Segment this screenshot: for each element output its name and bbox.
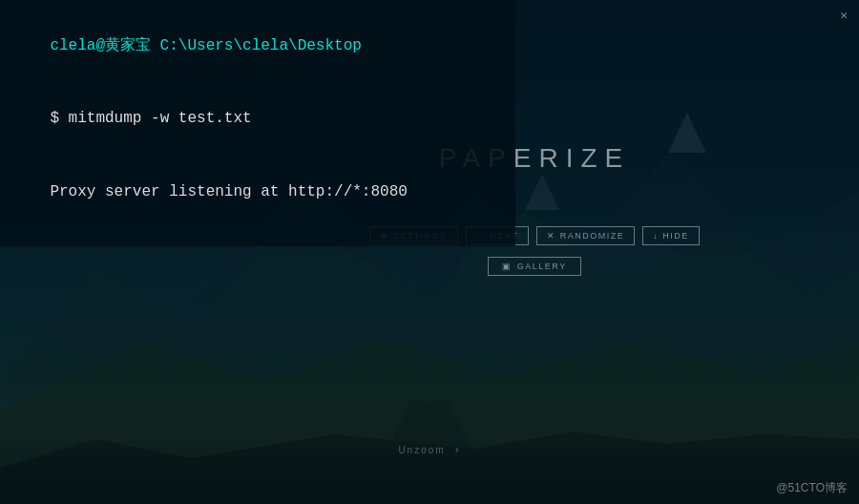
randomize-icon: ✕ xyxy=(547,231,556,241)
terminal-command: $ mitmdump -w test.txt xyxy=(50,110,251,127)
unzoom-label: Unzoom xyxy=(398,445,445,455)
randomize-label: RANDOMIZE xyxy=(560,231,625,241)
hide-icon: ↓ xyxy=(653,231,659,241)
hint-arrow-icon: › xyxy=(455,443,461,456)
watermark: @51CTO博客 xyxy=(776,480,848,496)
gallery-icon: ▣ xyxy=(502,262,513,271)
hide-label: HIDE xyxy=(662,231,689,241)
terminal-output: Proxy server listening at http://*:8080 xyxy=(50,183,407,200)
terminal-line-1: clela@黄家宝 C:\Users\clela\Desktop xyxy=(13,10,502,83)
close-button[interactable]: ✕ xyxy=(840,8,848,23)
terminal-window: clela@黄家宝 C:\Users\clela\Desktop $ mitmd… xyxy=(0,0,515,246)
terminal-user-path: clela@黄家宝 xyxy=(50,37,151,54)
gallery-label: GALLERY xyxy=(517,262,567,271)
randomize-button[interactable]: ✕ RANDOMIZE xyxy=(536,226,635,245)
gallery-group: ▣ GALLERY xyxy=(286,257,783,276)
hide-button[interactable]: ↓ HIDE xyxy=(642,226,700,245)
bottom-hint-bar: Unzoom › xyxy=(398,443,460,456)
gallery-button[interactable]: ▣ GALLERY xyxy=(488,257,580,276)
terminal-line-2: $ mitmdump -w test.txt xyxy=(13,83,502,157)
terminal-line-3: Proxy server listening at http://*:8080 xyxy=(13,157,502,230)
terminal-path: C:\Users\clela\Desktop xyxy=(151,37,362,54)
